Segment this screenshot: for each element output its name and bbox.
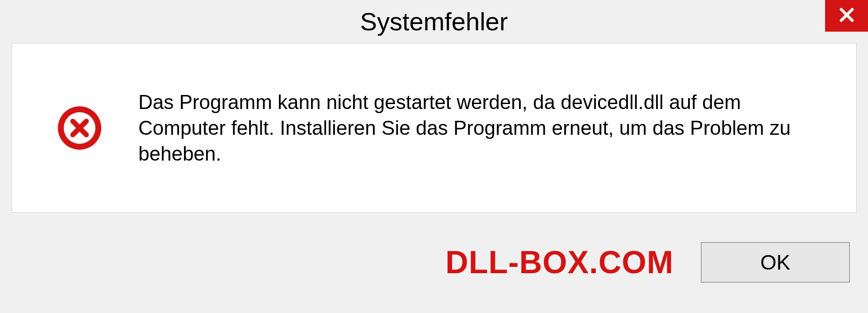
watermark-text: DLL-BOX.COM [445,244,674,280]
content-panel: Das Programm kann nicht gestartet werden… [11,43,857,213]
error-icon [57,105,102,151]
dialog-footer: DLL-BOX.COM OK [0,225,868,313]
dialog-title: Systemfehler [360,7,508,36]
error-message: Das Programm kann nicht gestartet werden… [138,89,829,167]
titlebar: Systemfehler [0,0,868,43]
error-dialog: Systemfehler Das Programm kann nicht ges… [0,0,868,313]
close-button[interactable] [825,0,868,32]
close-icon [837,5,856,26]
ok-button[interactable]: OK [701,242,850,283]
